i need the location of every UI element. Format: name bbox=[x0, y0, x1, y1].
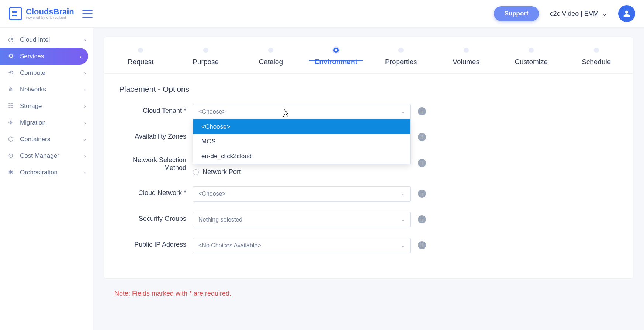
security-groups-select[interactable]: Nothing selected ⌄ bbox=[193, 212, 411, 227]
sidebar: ◔ Cloud Intel › ⚙ Services › ⟲ Compute ›… bbox=[0, 28, 93, 330]
user-dropdown[interactable]: c2c Video | EVM ⌄ bbox=[550, 10, 607, 18]
chevron-down-icon: ⌄ bbox=[401, 109, 405, 114]
sidebar-item-label: Migration bbox=[20, 119, 46, 126]
gear-icon: ⚙ bbox=[7, 52, 15, 60]
info-icon[interactable]: i bbox=[418, 190, 426, 198]
chevron-down-icon: ⌄ bbox=[401, 191, 405, 197]
support-button[interactable]: Support bbox=[494, 6, 539, 21]
logo-area[interactable]: CloudsBrain Powered by Click2Cloud bbox=[9, 7, 74, 20]
select-value: <Choose> bbox=[198, 191, 226, 197]
cloud-network-select[interactable]: <Choose> ⌄ bbox=[193, 186, 411, 202]
compute-icon: ⟲ bbox=[7, 69, 15, 77]
radio-label: Network Port bbox=[202, 168, 241, 176]
cloud-tenant-label: Cloud Tenant * bbox=[119, 104, 193, 115]
select-value: <No Choices Available> bbox=[198, 242, 261, 249]
step-purpose[interactable]: Purpose bbox=[173, 48, 239, 66]
sidebar-item-label: Cloud Intel bbox=[20, 36, 50, 44]
public-ip-label: Public IP Address bbox=[119, 238, 193, 249]
network-selection-label: Network Selection Method bbox=[119, 156, 193, 172]
step-schedule[interactable]: Schedule bbox=[564, 48, 629, 66]
step-environment[interactable]: Environment bbox=[304, 48, 369, 66]
section-title: Placement - Options bbox=[119, 85, 618, 94]
storage-icon: ☷ bbox=[7, 102, 15, 110]
chevron-right-icon: › bbox=[84, 37, 86, 43]
cost-icon: ⊙ bbox=[7, 152, 15, 160]
user-icon bbox=[623, 10, 630, 17]
header: CloudsBrain Powered by Click2Cloud Suppo… bbox=[0, 0, 644, 28]
info-icon[interactable]: i bbox=[418, 241, 426, 249]
chevron-right-icon: › bbox=[84, 136, 86, 142]
sidebar-item-migration[interactable]: ✈ Migration › bbox=[0, 114, 93, 131]
sidebar-item-services[interactable]: ⚙ Services › bbox=[0, 48, 88, 65]
sidebar-item-storage[interactable]: ☷ Storage › bbox=[0, 98, 93, 114]
sidebar-item-label: Containers bbox=[20, 136, 50, 143]
sidebar-item-label: Storage bbox=[20, 103, 42, 110]
sidebar-item-label: Networks bbox=[20, 86, 46, 93]
menu-toggle-icon[interactable] bbox=[82, 10, 93, 18]
info-icon[interactable]: i bbox=[418, 133, 426, 141]
chevron-right-icon: › bbox=[84, 120, 86, 126]
sidebar-item-label: Services bbox=[20, 53, 44, 60]
cloud-tenant-select[interactable]: <Choose> ⌄ bbox=[193, 104, 411, 119]
dropdown-option[interactable]: eu-de_click2cloud bbox=[193, 149, 410, 164]
radio-network-port[interactable]: Network Port bbox=[193, 168, 411, 176]
cloud-tenant-dropdown: <Choose> MOS eu-de_click2cloud bbox=[193, 119, 411, 164]
containers-icon: ⬡ bbox=[7, 135, 15, 143]
sidebar-item-compute[interactable]: ⟲ Compute › bbox=[0, 65, 93, 81]
info-icon[interactable]: i bbox=[418, 215, 426, 223]
logo-subtext: Powered by Click2Cloud bbox=[26, 16, 74, 20]
public-ip-select[interactable]: <No Choices Available> ⌄ bbox=[193, 238, 411, 253]
chevron-right-icon: › bbox=[84, 87, 86, 93]
step-request[interactable]: Request bbox=[108, 48, 173, 66]
logo-icon bbox=[9, 7, 22, 20]
select-value: Nothing selected bbox=[198, 216, 242, 223]
form-card: Request Purpose Catalog Environment Prop… bbox=[104, 37, 633, 279]
availability-zones-label: Availability Zones bbox=[119, 130, 193, 140]
sidebar-item-containers[interactable]: ⬡ Containers › bbox=[0, 131, 93, 147]
chevron-right-icon: › bbox=[84, 103, 86, 109]
sidebar-item-networks[interactable]: ⋔ Networks › bbox=[0, 81, 93, 98]
step-line bbox=[309, 60, 363, 61]
chevron-right-icon: › bbox=[84, 153, 86, 159]
chevron-right-icon: › bbox=[84, 170, 86, 176]
migration-icon: ✈ bbox=[7, 119, 15, 126]
chevron-down-icon: ⌄ bbox=[401, 243, 405, 248]
sidebar-item-cost-manager[interactable]: ⊙ Cost Manager › bbox=[0, 147, 93, 164]
networks-icon: ⋔ bbox=[7, 86, 15, 93]
info-icon[interactable]: i bbox=[418, 159, 426, 167]
chevron-down-icon: ⌄ bbox=[602, 10, 607, 18]
cloud-intel-icon: ◔ bbox=[7, 36, 15, 44]
cloud-network-label: Cloud Network * bbox=[119, 186, 193, 197]
info-icon[interactable]: i bbox=[418, 107, 426, 115]
chevron-right-icon: › bbox=[80, 53, 82, 59]
step-volumes[interactable]: Volumes bbox=[434, 48, 499, 66]
select-value: <Choose> bbox=[198, 108, 226, 115]
step-properties[interactable]: Properties bbox=[368, 48, 434, 66]
stepper: Request Purpose Catalog Environment Prop… bbox=[104, 37, 633, 74]
sidebar-item-cloud-intel[interactable]: ◔ Cloud Intel › bbox=[0, 31, 93, 48]
step-customize[interactable]: Customize bbox=[499, 48, 564, 66]
required-note: Note: Fields marked with * are required. bbox=[104, 279, 633, 298]
sidebar-item-orchestration[interactable]: ✱ Orchestration › bbox=[0, 164, 93, 181]
dropdown-option[interactable]: MOS bbox=[193, 134, 410, 149]
sidebar-item-label: Cost Manager bbox=[20, 152, 59, 160]
orchestration-icon: ✱ bbox=[7, 169, 15, 176]
logo-text: CloudsBrain bbox=[26, 8, 74, 16]
sidebar-item-label: Compute bbox=[20, 69, 45, 77]
user-label: c2c Video | EVM bbox=[550, 10, 599, 18]
security-groups-label: Security Groups bbox=[119, 212, 193, 223]
chevron-down-icon: ⌄ bbox=[401, 217, 405, 222]
chevron-right-icon: › bbox=[84, 70, 86, 76]
step-catalog[interactable]: Catalog bbox=[238, 48, 304, 66]
dropdown-option[interactable]: <Choose> bbox=[193, 119, 410, 134]
sidebar-item-label: Orchestration bbox=[20, 169, 58, 176]
radio-icon bbox=[193, 169, 199, 175]
avatar[interactable] bbox=[618, 5, 635, 22]
